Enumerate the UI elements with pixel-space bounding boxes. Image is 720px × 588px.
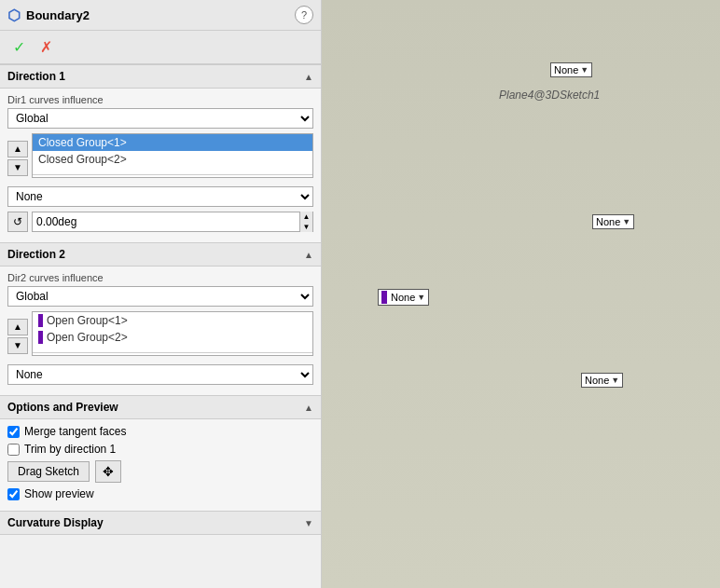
dir2-up-button[interactable]: ▲ — [7, 319, 28, 335]
options-header[interactable]: Options and Preview ▲ — [0, 395, 321, 419]
cancel-button[interactable]: ✗ — [35, 36, 58, 58]
boundary-icon: ⬡ — [7, 7, 21, 24]
drag-icon: ✥ — [103, 464, 114, 479]
trim-direction-label: Trim by direction 1 — [24, 443, 116, 456]
options-chevron: ▲ — [304, 403, 313, 413]
viewport-dropdown-top[interactable]: None ▼ — [550, 62, 592, 77]
dir1-angle-row: ↺ ▲ ▼ — [7, 212, 313, 232]
viewport-dropdown-left-label: None — [391, 292, 415, 303]
dir1-list-item-0[interactable]: Closed Group<1> — [33, 134, 312, 151]
direction2-label: Direction 2 — [7, 248, 65, 261]
dir2-list: Open Group<1> Open Group<2> — [32, 311, 313, 356]
left-panel: ⬡ Boundary2 ? ✓ ✗ Direction 1 ▲ Dir1 cur… — [0, 0, 322, 588]
viewport-dropdown-right-arrow: ▼ — [622, 217, 630, 226]
direction1-header[interactable]: Direction 1 ▲ — [0, 64, 321, 89]
trim-direction-checkbox[interactable] — [7, 444, 20, 456]
confirm-button[interactable]: ✓ — [7, 36, 31, 58]
window-title: Boundary2 — [26, 8, 90, 22]
dir1-angle-up[interactable]: ▲ — [299, 212, 312, 222]
viewport-dropdown-top-arrow: ▼ — [580, 65, 588, 75]
dir1-curves-dropdown[interactable]: Global — [7, 108, 313, 129]
viewport: + ↙ Plane4@3DSketch1 None ▼ None ▼ None … — [322, 0, 720, 588]
dir2-list-section: ▲ ▼ Open Group<1> Open Group<2> — [7, 311, 313, 361]
dir1-none-row: None — [7, 186, 313, 207]
dir2-list-separator — [33, 346, 312, 353]
viewport-bg: + ↙ Plane4@3DSketch1 None ▼ None ▼ None … — [322, 0, 720, 588]
viewport-dropdown-top-label: None — [554, 64, 578, 75]
options-content: Merge tangent faces Trim by direction 1 … — [0, 419, 321, 511]
dir1-angle-input-wrap: ▲ ▼ — [32, 212, 313, 232]
dir1-curves-row: Global — [7, 108, 313, 129]
action-bar: ✓ ✗ — [0, 31, 321, 64]
merge-tangent-checkbox[interactable] — [7, 426, 20, 438]
title-bar: ⬡ Boundary2 ? — [0, 0, 321, 31]
dir2-list-item-0[interactable]: Open Group<1> — [33, 312, 312, 329]
dir1-list-separator — [33, 168, 312, 175]
drag-sketch-icon-button[interactable]: ✥ — [95, 460, 121, 483]
drag-sketch-row: Drag Sketch ✥ — [7, 460, 313, 483]
show-preview-label: Show preview — [24, 487, 94, 500]
dir1-curves-label: Dir1 curves influence — [7, 94, 313, 105]
dir2-arrow-group: ▲ ▼ — [7, 311, 28, 361]
direction1-label: Direction 1 — [7, 70, 65, 83]
purple-bar-left — [381, 291, 387, 304]
dir1-none-dropdown[interactable]: None — [7, 186, 313, 207]
dir1-angle-input[interactable] — [33, 215, 299, 228]
options-label: Options and Preview — [7, 401, 118, 414]
trim-direction-row: Trim by direction 1 — [7, 443, 313, 456]
dir2-curves-row: Global — [7, 286, 313, 307]
viewport-dropdown-bottom-arrow: ▼ — [611, 376, 619, 385]
viewport-dropdown-left-arrow: ▼ — [417, 293, 425, 302]
dir1-down-button[interactable]: ▼ — [7, 159, 28, 176]
show-preview-row: Show preview — [7, 487, 313, 500]
dir1-arrow-group: ▲ ▼ — [7, 133, 28, 183]
dir1-angle-spinners: ▲ ▼ — [299, 212, 312, 232]
dir1-rotate-button[interactable]: ↺ — [7, 212, 28, 232]
dir2-list-item-1[interactable]: Open Group<2> — [33, 329, 312, 346]
drag-sketch-button[interactable]: Drag Sketch — [7, 461, 90, 482]
viewport-dropdown-left[interactable]: None ▼ — [378, 289, 429, 306]
merge-tangent-label: Merge tangent faces — [24, 425, 126, 438]
help-button[interactable]: ? — [295, 6, 313, 24]
dir2-down-button[interactable]: ▼ — [7, 337, 28, 354]
dir1-list-section: ▲ ▼ Closed Group<1> Closed Group<2> — [7, 133, 313, 183]
viewport-dropdown-bottom[interactable]: None ▼ — [581, 373, 623, 388]
title-left: ⬡ Boundary2 — [7, 7, 90, 24]
plane-label: Plane4@3DSketch1 — [499, 89, 600, 102]
dir2-none-dropdown[interactable]: None — [7, 364, 313, 385]
curvature-chevron: ▼ — [304, 518, 313, 528]
curvature-label: Curvature Display — [7, 516, 104, 529]
show-preview-checkbox[interactable] — [7, 488, 20, 500]
dir2-none-row: None — [7, 364, 313, 385]
direction2-header[interactable]: Direction 2 ▲ — [0, 242, 321, 267]
direction1-chevron: ▲ — [304, 72, 313, 82]
direction1-content: Dir1 curves influence Global ▲ ▼ Closed … — [0, 89, 321, 242]
dir1-list-item-1[interactable]: Closed Group<2> — [33, 151, 312, 168]
dir1-list: Closed Group<1> Closed Group<2> — [32, 133, 313, 178]
dir2-curves-label: Dir2 curves influence — [7, 272, 313, 283]
direction2-chevron: ▲ — [304, 250, 313, 260]
viewport-dropdown-bottom-label: None — [585, 375, 609, 386]
viewport-dropdown-right-label: None — [596, 216, 620, 227]
dir1-up-button[interactable]: ▲ — [7, 141, 28, 157]
direction2-content: Dir2 curves influence Global ▲ ▼ Open Gr… — [0, 267, 321, 395]
dir1-angle-down[interactable]: ▼ — [299, 222, 312, 232]
merge-tangent-row: Merge tangent faces — [7, 425, 313, 438]
dir2-curves-dropdown[interactable]: Global — [7, 286, 313, 307]
viewport-dropdown-right[interactable]: None ▼ — [592, 214, 634, 229]
curvature-header[interactable]: Curvature Display ▼ — [0, 511, 321, 535]
